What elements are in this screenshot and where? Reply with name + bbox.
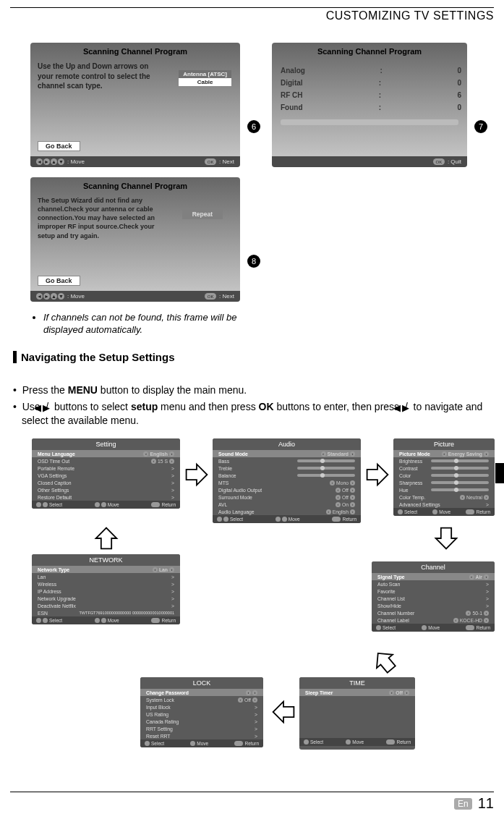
menu-row[interactable]: Surround Mode‹Off› [213, 493, 361, 501]
menu-row[interactable]: Audio Language‹English› [213, 508, 361, 515]
menu-row[interactable]: IP Address> [32, 588, 180, 595]
callout-6: 6 [247, 120, 260, 133]
menu-row[interactable]: RRT Setting> [140, 725, 263, 732]
arrow-right-icon [364, 462, 390, 488]
instruction-line-1: • Press the MENU button to display the m… [13, 383, 494, 397]
menu-picture: Picture Picture Mode‹Energy Saving›Brigh… [393, 438, 495, 516]
menu-row[interactable]: Menu Language‹English› [32, 450, 180, 457]
menu-row[interactable]: VGA Settings> [32, 472, 180, 479]
page-number: 11 [478, 795, 494, 812]
menu-row[interactable]: Sharpness [393, 479, 495, 486]
progress-bar [281, 119, 458, 125]
menu-row[interactable]: Channel Label‹KOCE-HD› [372, 616, 495, 624]
move-label: : Move [67, 158, 85, 165]
arrow-keys-icon: ◄►▲▼ [36, 293, 64, 300]
ok-icon: OK [205, 158, 216, 165]
menu-row[interactable]: Picture Mode‹Energy Saving› [393, 450, 495, 457]
note-text: If channels can not be found, this frame… [43, 312, 268, 336]
menu-row[interactable]: Bass [213, 457, 361, 465]
menu-row[interactable]: System Lock‹Off› [140, 696, 263, 703]
menu-row[interactable]: Color [393, 472, 495, 479]
menu-row[interactable]: Channel Number‹50-1› [372, 609, 495, 616]
scan-row: RF CH:6 [272, 89, 467, 101]
menu-network: NETWORK Network Type‹Lan›Lan>Wireless>IP… [32, 554, 180, 624]
menu-row[interactable]: Restore Default> [32, 493, 180, 501]
go-back-button[interactable]: Go Back [38, 276, 80, 286]
menu-row[interactable]: Channel List> [372, 595, 495, 602]
menu-row[interactable]: Portable Remote> [32, 465, 180, 472]
arrow-keys-icon: ◄►▲▼ [36, 158, 64, 165]
arrow-up-left-icon [367, 643, 403, 680]
instruction-line-2: • Use ◀ / ▶ buttons to select setup menu… [13, 400, 494, 428]
page-edge-tab [495, 463, 504, 483]
osd-message: Use the Up and Down arrows on your remot… [38, 62, 161, 97]
arrow-up-icon [93, 525, 119, 551]
menu-row[interactable]: Other Settings> [32, 486, 180, 493]
callout-8: 8 [247, 255, 260, 268]
menu-row[interactable]: Network Upgrade> [32, 595, 180, 602]
osd-title: Scanning Channel Program [30, 43, 240, 62]
scan-row: Analog:0 [272, 64, 467, 77]
osd-panel-scan-progress: Scanning Channel Program Analog:0Digital… [272, 43, 467, 167]
menu-row[interactable]: Change Password‹› [140, 689, 263, 696]
menu-time: TIME Sleep Timer‹Off› Select Move Return [299, 677, 415, 750]
quit-label: : Quit [448, 158, 461, 165]
arrow-left-icon [270, 699, 296, 725]
osd-panel-scan-type: Scanning Channel Program Use the Up and … [30, 43, 240, 167]
cable-option[interactable]: Cable [179, 78, 231, 86]
menu-lock: LOCK Change Password‹›System Lock‹Off›In… [140, 677, 263, 747]
menu-row[interactable]: US Rating> [140, 711, 263, 718]
menu-row[interactable]: Hue [393, 486, 495, 493]
callout-7: 7 [474, 120, 487, 133]
menu-row[interactable]: OSD Time Out‹15 S› [32, 457, 180, 465]
menu-row[interactable]: Favorite> [372, 588, 495, 595]
menu-row[interactable]: Canada Rating> [140, 718, 263, 725]
menu-row[interactable]: Sleep Timer‹Off› [299, 689, 415, 696]
menu-audio: Audio Sound Mode‹Standard›BassTrebleBala… [213, 438, 361, 523]
menu-row[interactable]: Digital Audio Output‹Off› [213, 486, 361, 493]
next-label: : Next [219, 293, 234, 300]
scan-row: Found:0 [272, 101, 467, 114]
ok-icon: OK [205, 293, 216, 300]
repeat-button[interactable]: Repeat [182, 209, 223, 219]
arrow-down-icon [433, 525, 459, 551]
menu-row[interactable]: Sound Mode‹Standard› [213, 450, 361, 457]
language-badge: En [454, 798, 472, 810]
scan-row: Digital:0 [272, 77, 467, 89]
menu-row[interactable]: Auto Scan> [372, 580, 495, 588]
next-label: : Next [219, 158, 234, 165]
menu-row[interactable]: Network Type‹Lan› [32, 566, 180, 573]
menu-channel: Channel Signal Type‹Air›Auto Scan>Favori… [372, 561, 495, 632]
menu-row[interactable]: MTS‹Mono› [213, 479, 361, 486]
go-back-button[interactable]: Go Back [38, 141, 80, 151]
osd-title: Scanning Channel Program [30, 177, 240, 196]
menu-row[interactable]: Treble [213, 465, 361, 472]
menu-row[interactable]: Color Temp.‹Neutral› [393, 493, 495, 501]
osd-title: Scanning Channel Program [272, 43, 467, 62]
menu-row[interactable]: Balance [213, 472, 361, 479]
menu-row[interactable]: Advanced Settings> [393, 501, 495, 508]
menu-row[interactable]: Signal Type‹Air› [372, 573, 495, 580]
menu-setting: Setting Menu Language‹English›OSD Time O… [32, 438, 180, 509]
menu-row[interactable]: Reset RRT> [140, 732, 263, 739]
menu-row[interactable]: AVL‹On› [213, 501, 361, 508]
page-header: CUSTOMIZING TV SETTINGS [10, 9, 494, 22]
move-label: : Move [67, 293, 85, 300]
menu-row[interactable]: Input Block> [140, 703, 263, 711]
section-heading: Navigating the Setup Settings [13, 351, 494, 363]
arrow-right-icon [184, 462, 210, 488]
antenna-option[interactable]: Antenna [ATSC] [179, 70, 231, 78]
menu-row[interactable]: Contrast [393, 465, 495, 472]
menu-row[interactable]: Closed Caption> [32, 479, 180, 486]
ok-icon: OK [433, 158, 445, 165]
menu-row[interactable]: Lan> [32, 573, 180, 580]
menu-row[interactable]: Wireless> [32, 580, 180, 588]
osd-message: The Setup Wizard did not find any channe… [38, 196, 168, 246]
osd-panel-scan-fail: Scanning Channel Program The Setup Wizar… [30, 177, 240, 302]
menu-row[interactable]: Deactivate Netflix> [32, 602, 180, 609]
menu-row[interactable]: Brightness [393, 457, 495, 465]
menu-row[interactable]: Show/Hide> [372, 602, 495, 609]
